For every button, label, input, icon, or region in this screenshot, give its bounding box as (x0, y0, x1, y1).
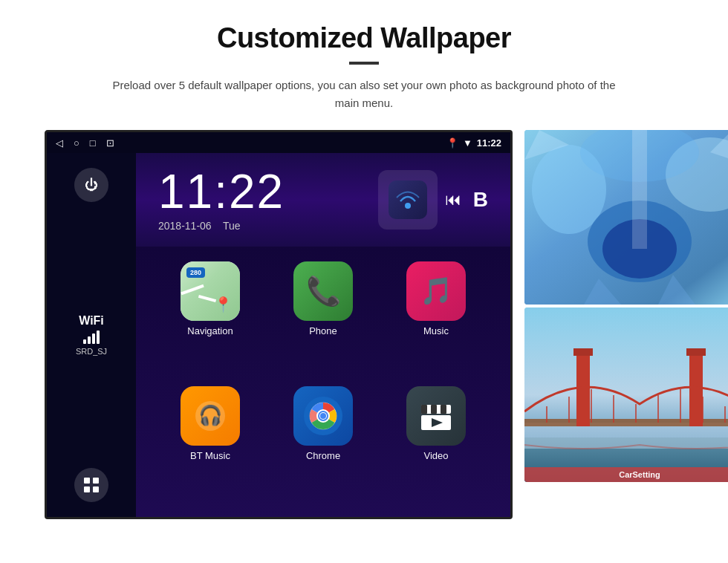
svg-text:🎧: 🎧 (198, 403, 223, 427)
left-sidebar: ⏻ WiFi SRD_SJ (47, 153, 136, 517)
bridge-image (524, 307, 728, 482)
thumbnails-column: CarSetting (524, 130, 728, 482)
wifi-label: WiFi (76, 314, 107, 328)
radio-widget[interactable] (378, 170, 438, 230)
app-chrome[interactable]: Chrome (271, 386, 375, 502)
nav-label: Navigation (187, 325, 233, 336)
nav-pin-icon: 📍 (214, 296, 233, 313)
location-icon: 📍 (446, 137, 458, 149)
clock-area: 11:22 2018-11-06 Tue (136, 153, 510, 247)
radio-icon (389, 180, 427, 219)
status-left: ◁ ○ □ ⊡ (56, 137, 114, 149)
app-grid: 280 📍 Navigation 📞 Phone (136, 247, 510, 517)
bridge-svg (524, 307, 728, 482)
app-phone[interactable]: 📞 Phone (271, 261, 375, 377)
chrome-app-icon (293, 386, 353, 446)
svg-rect-32 (524, 423, 728, 449)
back-icon[interactable]: ◁ (56, 137, 63, 149)
apps-button[interactable] (74, 468, 108, 502)
wifi-bars (76, 331, 107, 344)
ice-cave-thumbnail[interactable] (524, 130, 728, 305)
bridge-thumbnail[interactable]: CarSetting (524, 307, 728, 482)
screenshot-icon[interactable]: ⊡ (106, 137, 114, 149)
svg-point-12 (320, 413, 326, 419)
phone-handset-icon: 📞 (306, 275, 341, 307)
clock-info: 11:22 2018-11-06 Tue (158, 168, 285, 232)
app-navigation[interactable]: 280 📍 Navigation (158, 261, 262, 377)
music-label: Music (423, 325, 449, 336)
main-content: ◁ ○ □ ⊡ 📍 ▼ 11:22 ⏻ WiFi (45, 130, 683, 519)
wifi-bar-1 (83, 339, 86, 344)
nav-map: 280 📍 (181, 261, 240, 321)
status-right: 📍 ▼ 11:22 (446, 137, 501, 149)
video-app-icon (406, 386, 466, 446)
btmusic-app-icon: 🎧 (181, 386, 240, 446)
title-divider (349, 62, 379, 65)
app-btmusic[interactable]: 🎧 BT Music (158, 386, 262, 502)
video-clapper-icon (417, 397, 455, 435)
track-label: B (473, 188, 488, 212)
video-label: Video (423, 450, 448, 461)
power-button[interactable]: ⏻ (74, 168, 108, 202)
status-bar: ◁ ○ □ ⊡ 📍 ▼ 11:22 (47, 132, 510, 153)
carsetting-bar: CarSetting (524, 467, 728, 482)
phone-label: Phone (309, 325, 337, 336)
music-note-icon: 🎵 (420, 276, 453, 307)
page-subtitle: Preload over 5 default wallpaper options… (104, 77, 624, 112)
svg-point-4 (405, 203, 411, 209)
clock-date: 2018-11-06 Tue (158, 220, 285, 232)
ice-cave-image (524, 130, 728, 305)
nav-app-icon: 280 📍 (181, 261, 240, 321)
nav-badge: 280 (186, 267, 205, 278)
media-btns: ⏮ B (445, 188, 488, 212)
svg-rect-16 (441, 405, 446, 414)
svg-rect-35 (689, 352, 703, 426)
android-screen: ◁ ○ □ ⊡ 📍 ▼ 11:22 ⏻ WiFi (45, 130, 513, 519)
bluetooth-music-icon: 🎧 (194, 400, 227, 432)
music-app-icon: 🎵 (406, 261, 466, 321)
wifi-bar-4 (97, 331, 100, 344)
chrome-svg-icon (304, 397, 342, 435)
btmusic-label: BT Music (190, 450, 230, 461)
header-section: Customized Wallpaper Preload over 5 defa… (45, 22, 683, 112)
clock-time: 11:22 (158, 168, 285, 215)
main-area: 11:22 2018-11-06 Tue (136, 153, 510, 517)
svg-rect-1 (93, 478, 99, 484)
carsetting-label: CarSetting (619, 470, 660, 479)
svg-rect-36 (573, 348, 593, 356)
svg-rect-0 (84, 478, 90, 484)
app-video[interactable]: Video (384, 386, 488, 502)
chrome-label: Chrome (306, 450, 340, 461)
app-music[interactable]: 🎵 Music (384, 261, 488, 377)
signal-icon: ▼ (463, 137, 472, 149)
screen-body: ⏻ WiFi SRD_SJ (47, 153, 510, 517)
svg-rect-34 (576, 352, 590, 426)
svg-rect-3 (93, 486, 99, 492)
wifi-bar-2 (88, 336, 91, 344)
svg-rect-37 (686, 348, 706, 356)
page-title: Customized Wallpaper (45, 22, 683, 54)
svg-rect-14 (421, 405, 427, 414)
phone-app-icon: 📞 (293, 261, 353, 321)
wifi-ssid: SRD_SJ (76, 347, 107, 356)
home-icon[interactable]: ○ (74, 137, 79, 149)
wifi-block: WiFi SRD_SJ (76, 314, 107, 356)
svg-rect-15 (431, 405, 437, 414)
status-time: 11:22 (477, 137, 501, 149)
clock-widgets: ⏮ B (378, 170, 488, 230)
nav-road-1 (181, 284, 204, 296)
page-container: Customized Wallpaper Preload over 5 defa… (0, 0, 728, 549)
prev-track-button[interactable]: ⏮ (445, 190, 461, 209)
wifi-bar-3 (92, 333, 95, 344)
ice-cave-svg (524, 130, 728, 305)
svg-rect-2 (84, 486, 90, 492)
recent-icon[interactable]: □ (90, 137, 96, 149)
